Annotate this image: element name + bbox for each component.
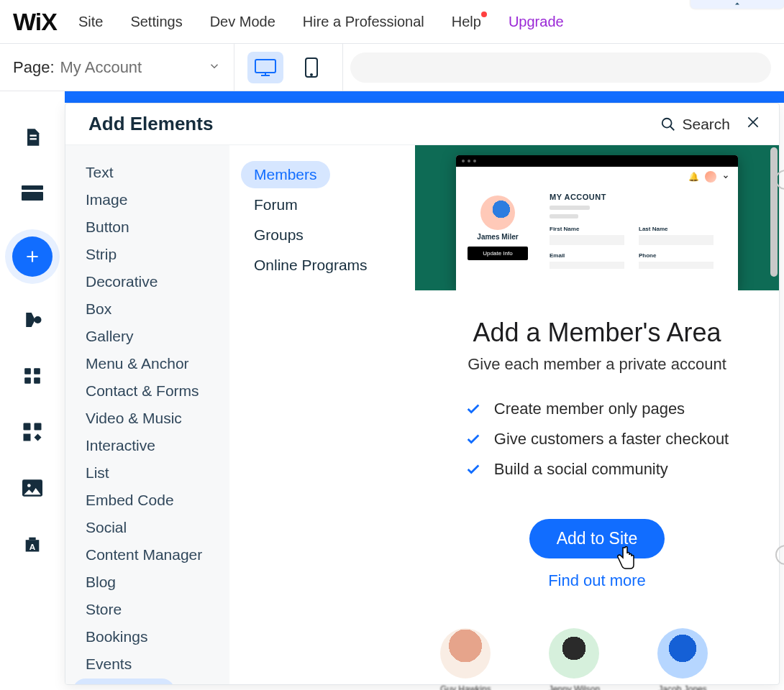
svg-rect-13: [34, 377, 40, 384]
chevron-down-icon: [722, 173, 729, 180]
cat-text[interactable]: Text: [73, 160, 127, 185]
menu-devmode[interactable]: Dev Mode: [210, 14, 275, 30]
secondbar: Page: My Account: [0, 44, 784, 91]
member-card: Jacob Jones: [657, 628, 708, 690]
menu-settings[interactable]: Settings: [130, 14, 182, 30]
close-icon[interactable]: [746, 115, 760, 134]
cat-events[interactable]: Events: [73, 651, 145, 677]
cat-strip[interactable]: Strip: [73, 242, 129, 267]
cat-contact[interactable]: Contact & Forms: [73, 378, 212, 404]
member-avatar: [657, 628, 708, 678]
cat-decorative[interactable]: Decorative: [73, 269, 170, 295]
members-strip: Guy Hawkins Jenny Wilson Jacob Jones: [440, 628, 784, 690]
add-elements-panel: Add Elements Search Text Image Button St…: [65, 103, 780, 685]
svg-rect-14: [24, 423, 31, 431]
member-avatar: [440, 628, 491, 678]
desktop-view-button[interactable]: [247, 52, 283, 83]
preview-user-name: James Miler: [462, 233, 534, 241]
cat-gallery[interactable]: Gallery: [73, 323, 147, 349]
menu-help[interactable]: Help: [452, 14, 481, 30]
cat-video[interactable]: Video & Music: [73, 405, 195, 431]
subcategory-column: Members Forum Groups Online Programs: [229, 145, 415, 684]
check-item: Give customers a faster checkout: [465, 430, 729, 448]
add-elements-button[interactable]: [12, 236, 53, 277]
cat-community[interactable]: Community: [73, 678, 175, 684]
svg-rect-10: [24, 368, 31, 374]
preview-avatar: [480, 196, 515, 230]
category-column: Text Image Button Strip Decorative Box G…: [65, 145, 229, 684]
member-card: Guy Hawkins: [440, 628, 491, 690]
scrollbar[interactable]: [770, 147, 778, 277]
sub-groups[interactable]: Groups: [241, 221, 316, 249]
sub-members[interactable]: Members: [241, 161, 330, 188]
menu-site[interactable]: Site: [78, 14, 103, 30]
editor-stage-top-bar: [65, 91, 784, 103]
cat-image[interactable]: Image: [73, 187, 140, 213]
preview-illustration: 🔔 James Miler Update Info MY ACCOUNT: [415, 145, 779, 290]
svg-rect-5: [30, 135, 37, 137]
left-rail: A: [0, 91, 65, 690]
add-to-site-button[interactable]: Add to Site: [529, 519, 665, 558]
menu-hire[interactable]: Hire a Professional: [303, 14, 424, 30]
svg-rect-15: [35, 423, 42, 431]
check-item: Build a social community: [465, 460, 668, 479]
cat-list[interactable]: List: [73, 460, 122, 486]
detail-subtitle: Give each member a private account: [444, 355, 750, 374]
member-card: Jenny Wilson: [549, 628, 600, 690]
member-avatar: [549, 628, 599, 678]
svg-rect-6: [30, 138, 37, 139]
business-icon[interactable]: [19, 419, 45, 445]
sections-icon[interactable]: [19, 180, 45, 206]
svg-rect-12: [24, 377, 31, 384]
preview-account-title: MY ACCOUNT: [550, 193, 728, 201]
cat-interactive[interactable]: Interactive: [73, 433, 168, 459]
page-label: Page:: [13, 58, 55, 77]
svg-rect-8: [22, 192, 43, 201]
check-item: Create member only pages: [465, 400, 685, 418]
media-icon[interactable]: [19, 475, 45, 501]
sub-online-programs[interactable]: Online Programs: [241, 252, 380, 279]
detail-title: Add a Member's Area: [444, 318, 750, 348]
detail-column: 🔔 James Miler Update Info MY ACCOUNT: [415, 145, 779, 684]
top-search-input[interactable]: [350, 52, 771, 83]
cat-blog[interactable]: Blog: [73, 569, 129, 595]
content-icon[interactable]: A: [19, 531, 45, 557]
svg-rect-11: [34, 368, 40, 374]
cat-social[interactable]: Social: [73, 515, 140, 540]
top-collapse-handle[interactable]: [690, 0, 784, 9]
preview-field-phone: Phone: [639, 252, 714, 259]
svg-point-4: [311, 74, 312, 75]
pages-icon[interactable]: [19, 124, 45, 150]
cat-box[interactable]: Box: [73, 296, 124, 322]
cat-bookings[interactable]: Bookings: [73, 624, 160, 650]
device-toggle-group: [234, 44, 343, 91]
cursor-pointer-icon: [615, 546, 638, 576]
mobile-view-button[interactable]: [293, 52, 329, 83]
sub-forum[interactable]: Forum: [241, 191, 311, 218]
svg-point-9: [35, 316, 42, 323]
cat-embed[interactable]: Embed Code: [73, 487, 187, 513]
search-label: Search: [682, 116, 730, 133]
preview-field-firstname: First Name: [550, 226, 624, 232]
avatar-icon: [705, 171, 716, 183]
svg-point-19: [662, 118, 672, 127]
menubar: WiX Site Settings Dev Mode Hire a Profes…: [0, 0, 784, 44]
cat-content[interactable]: Content Manager: [73, 542, 215, 568]
panel-search-button[interactable]: Search: [660, 116, 730, 133]
page-selector[interactable]: Page: My Account: [0, 44, 234, 91]
bell-icon: 🔔: [688, 172, 699, 182]
svg-point-17: [27, 484, 31, 487]
chevron-down-icon: [208, 60, 221, 75]
cat-store[interactable]: Store: [73, 597, 135, 622]
theme-icon[interactable]: [19, 307, 45, 333]
page-name: My Account: [60, 58, 206, 77]
menu-upgrade[interactable]: Upgrade: [509, 14, 564, 30]
preview-field-email: Email: [550, 252, 624, 259]
wix-logo: WiX: [13, 8, 57, 36]
cat-button[interactable]: Button: [73, 214, 142, 240]
apps-icon[interactable]: [19, 363, 45, 389]
preview-field-lastname: Last Name: [639, 226, 714, 232]
svg-text:A: A: [29, 542, 36, 551]
panel-title: Add Elements: [88, 113, 660, 135]
cat-menu[interactable]: Menu & Anchor: [73, 351, 202, 377]
